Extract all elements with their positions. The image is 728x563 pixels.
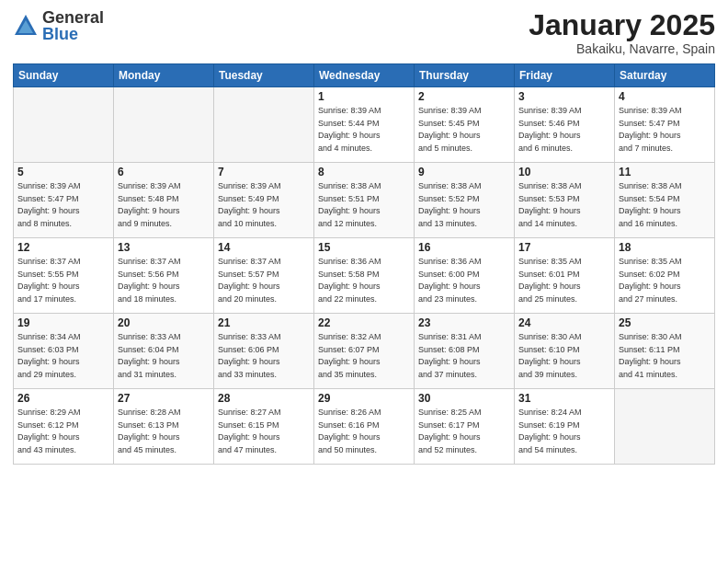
calendar-table: SundayMondayTuesdayWednesdayThursdayFrid…	[13, 63, 715, 465]
month-title: January 2025	[529, 9, 715, 41]
day-number: 27	[118, 392, 210, 405]
day-info: Sunrise: 8:24 AMSunset: 6:19 PMDaylight:…	[518, 407, 610, 456]
day-info: Sunrise: 8:36 AMSunset: 5:58 PMDaylight:…	[318, 256, 410, 305]
day-number: 24	[518, 316, 610, 329]
day-number: 17	[518, 241, 610, 254]
day-cell: 27Sunrise: 8:28 AMSunset: 6:13 PMDayligh…	[114, 389, 214, 465]
day-cell: 8Sunrise: 8:38 AMSunset: 5:51 PMDaylight…	[314, 163, 415, 238]
day-info: Sunrise: 8:28 AMSunset: 6:13 PMDaylight:…	[118, 407, 210, 456]
day-number: 26	[17, 392, 109, 405]
day-of-week-friday: Friday	[515, 64, 615, 87]
day-cell: 15Sunrise: 8:36 AMSunset: 5:58 PMDayligh…	[314, 238, 415, 314]
week-row-5: 26Sunrise: 8:29 AMSunset: 6:12 PMDayligh…	[14, 389, 715, 465]
day-info: Sunrise: 8:31 AMSunset: 6:08 PMDaylight:…	[418, 331, 510, 381]
logo-text: General Blue	[42, 9, 104, 42]
week-row-3: 12Sunrise: 8:37 AMSunset: 5:55 PMDayligh…	[14, 238, 715, 314]
day-cell: 19Sunrise: 8:34 AMSunset: 6:03 PMDayligh…	[14, 314, 114, 389]
day-number: 4	[619, 90, 711, 103]
day-info: Sunrise: 8:37 AMSunset: 5:57 PMDaylight:…	[218, 256, 310, 305]
day-number: 7	[218, 166, 310, 178]
day-cell: 17Sunrise: 8:35 AMSunset: 6:01 PMDayligh…	[515, 238, 615, 314]
day-cell: 28Sunrise: 8:27 AMSunset: 6:15 PMDayligh…	[214, 389, 314, 465]
day-cell	[214, 87, 314, 163]
day-info: Sunrise: 8:30 AMSunset: 6:10 PMDaylight:…	[518, 331, 610, 381]
day-of-week-monday: Monday	[114, 64, 214, 87]
day-info: Sunrise: 8:33 AMSunset: 6:06 PMDaylight:…	[218, 331, 310, 381]
day-cell	[114, 87, 214, 163]
day-info: Sunrise: 8:38 AMSunset: 5:54 PMDaylight:…	[619, 180, 711, 230]
day-number: 19	[17, 316, 109, 329]
day-cell: 3Sunrise: 8:39 AMSunset: 5:46 PMDaylight…	[515, 87, 615, 163]
day-cell: 4Sunrise: 8:39 AMSunset: 5:47 PMDaylight…	[615, 87, 715, 163]
day-info: Sunrise: 8:39 AMSunset: 5:48 PMDaylight:…	[118, 180, 210, 230]
day-header-row: SundayMondayTuesdayWednesdayThursdayFrid…	[14, 64, 715, 87]
day-info: Sunrise: 8:39 AMSunset: 5:47 PMDaylight:…	[17, 180, 109, 230]
header: General Blue January 2025 Bakaiku, Navar…	[13, 9, 715, 56]
day-cell: 1Sunrise: 8:39 AMSunset: 5:44 PMDaylight…	[314, 87, 415, 163]
day-cell: 24Sunrise: 8:30 AMSunset: 6:10 PMDayligh…	[515, 314, 615, 389]
logo-icon	[13, 13, 39, 39]
day-info: Sunrise: 8:27 AMSunset: 6:15 PMDaylight:…	[218, 407, 310, 456]
day-info: Sunrise: 8:30 AMSunset: 6:11 PMDaylight:…	[619, 331, 711, 381]
day-number: 5	[17, 166, 109, 178]
day-number: 28	[218, 392, 310, 405]
day-number: 13	[118, 241, 210, 254]
day-number: 31	[518, 392, 610, 405]
day-info: Sunrise: 8:26 AMSunset: 6:16 PMDaylight:…	[318, 407, 410, 456]
day-info: Sunrise: 8:38 AMSunset: 5:53 PMDaylight:…	[518, 180, 610, 230]
day-cell: 25Sunrise: 8:30 AMSunset: 6:11 PMDayligh…	[615, 314, 715, 389]
logo: General Blue	[13, 9, 104, 42]
day-cell: 22Sunrise: 8:32 AMSunset: 6:07 PMDayligh…	[314, 314, 415, 389]
day-cell: 13Sunrise: 8:37 AMSunset: 5:56 PMDayligh…	[114, 238, 214, 314]
day-number: 25	[619, 316, 711, 329]
day-number: 23	[418, 316, 510, 329]
day-info: Sunrise: 8:25 AMSunset: 6:17 PMDaylight:…	[418, 407, 510, 456]
day-info: Sunrise: 8:39 AMSunset: 5:49 PMDaylight:…	[218, 180, 310, 230]
day-of-week-wednesday: Wednesday	[314, 64, 415, 87]
week-row-4: 19Sunrise: 8:34 AMSunset: 6:03 PMDayligh…	[14, 314, 715, 389]
day-number: 12	[17, 241, 109, 254]
day-number: 16	[418, 241, 510, 254]
day-cell: 2Sunrise: 8:39 AMSunset: 5:45 PMDaylight…	[415, 87, 515, 163]
day-info: Sunrise: 8:29 AMSunset: 6:12 PMDaylight:…	[17, 407, 109, 456]
day-of-week-tuesday: Tuesday	[214, 64, 314, 87]
title-block: January 2025 Bakaiku, Navarre, Spain	[529, 9, 715, 56]
day-number: 30	[418, 392, 510, 405]
day-cell: 30Sunrise: 8:25 AMSunset: 6:17 PMDayligh…	[415, 389, 515, 465]
day-number: 10	[518, 166, 610, 178]
day-info: Sunrise: 8:33 AMSunset: 6:04 PMDaylight:…	[118, 331, 210, 381]
day-of-week-thursday: Thursday	[415, 64, 515, 87]
day-cell: 7Sunrise: 8:39 AMSunset: 5:49 PMDaylight…	[214, 163, 314, 238]
day-info: Sunrise: 8:37 AMSunset: 5:56 PMDaylight:…	[118, 256, 210, 305]
day-number: 18	[619, 241, 711, 254]
day-cell: 5Sunrise: 8:39 AMSunset: 5:47 PMDaylight…	[14, 163, 114, 238]
day-cell: 21Sunrise: 8:33 AMSunset: 6:06 PMDayligh…	[214, 314, 314, 389]
day-number: 11	[619, 166, 711, 178]
day-info: Sunrise: 8:38 AMSunset: 5:51 PMDaylight:…	[318, 180, 410, 230]
location: Bakaiku, Navarre, Spain	[529, 41, 715, 56]
day-cell: 12Sunrise: 8:37 AMSunset: 5:55 PMDayligh…	[14, 238, 114, 314]
logo-general-text: General	[42, 9, 104, 26]
day-cell: 31Sunrise: 8:24 AMSunset: 6:19 PMDayligh…	[515, 389, 615, 465]
week-row-2: 5Sunrise: 8:39 AMSunset: 5:47 PMDaylight…	[14, 163, 715, 238]
day-info: Sunrise: 8:37 AMSunset: 5:55 PMDaylight:…	[17, 256, 109, 305]
day-cell	[615, 389, 715, 465]
day-number: 15	[318, 241, 410, 254]
day-info: Sunrise: 8:35 AMSunset: 6:02 PMDaylight:…	[619, 256, 711, 305]
day-cell: 9Sunrise: 8:38 AMSunset: 5:52 PMDaylight…	[415, 163, 515, 238]
day-of-week-sunday: Sunday	[14, 64, 114, 87]
day-number: 14	[218, 241, 310, 254]
day-number: 2	[418, 90, 510, 103]
day-cell: 26Sunrise: 8:29 AMSunset: 6:12 PMDayligh…	[14, 389, 114, 465]
day-number: 8	[318, 166, 410, 178]
day-info: Sunrise: 8:39 AMSunset: 5:47 PMDaylight:…	[619, 105, 711, 155]
day-cell: 20Sunrise: 8:33 AMSunset: 6:04 PMDayligh…	[114, 314, 214, 389]
day-cell: 16Sunrise: 8:36 AMSunset: 6:00 PMDayligh…	[415, 238, 515, 314]
day-number: 21	[218, 316, 310, 329]
day-number: 29	[318, 392, 410, 405]
day-number: 20	[118, 316, 210, 329]
day-info: Sunrise: 8:32 AMSunset: 6:07 PMDaylight:…	[318, 331, 410, 381]
day-cell: 10Sunrise: 8:38 AMSunset: 5:53 PMDayligh…	[515, 163, 615, 238]
day-cell: 14Sunrise: 8:37 AMSunset: 5:57 PMDayligh…	[214, 238, 314, 314]
day-info: Sunrise: 8:38 AMSunset: 5:52 PMDaylight:…	[418, 180, 510, 230]
